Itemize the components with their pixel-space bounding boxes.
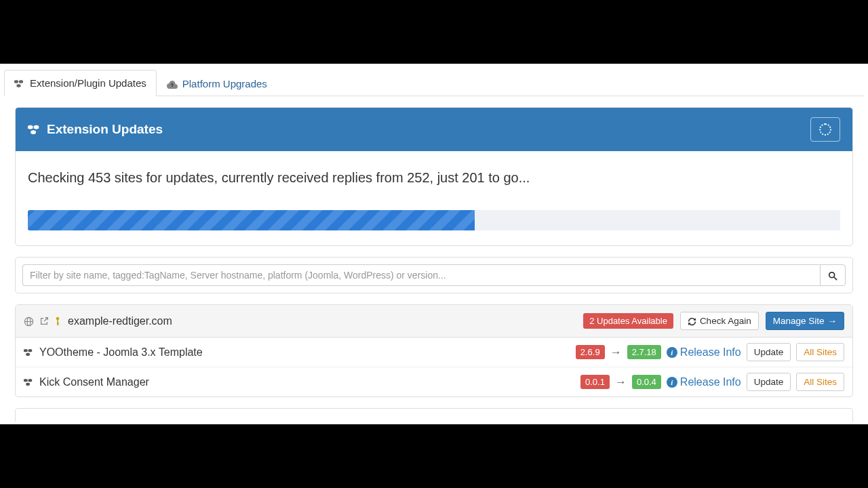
- button-label: All Sites: [804, 377, 837, 387]
- svg-line-1: [834, 277, 837, 279]
- cubes-icon: [24, 346, 34, 359]
- panel-title: Extension Updates: [47, 122, 163, 137]
- version-from: 0.0.1: [580, 375, 610, 389]
- tab-label: Extension/Plugin Updates: [30, 77, 146, 89]
- tab-extension-updates[interactable]: Extension/Plugin Updates: [4, 70, 157, 96]
- version-to: 2.7.18: [627, 345, 661, 359]
- arrow-right-icon: →: [610, 346, 622, 359]
- button-label: Update: [754, 377, 784, 387]
- extension-name: YOOtheme - Joomla 3.x Template: [39, 346, 203, 359]
- cubes-icon: [28, 122, 41, 137]
- filter-panel: [15, 257, 853, 293]
- panel-header: Extension Updates: [16, 108, 852, 151]
- manage-site-button[interactable]: Manage Site →: [766, 312, 844, 330]
- release-info-link[interactable]: i Release Info: [667, 376, 741, 388]
- svg-rect-9: [57, 325, 58, 325]
- updates-available-badge: 2 Updates Available: [583, 313, 673, 329]
- version-to: 0.0.4: [632, 375, 661, 389]
- search-icon: [828, 270, 837, 280]
- svg-line-5: [44, 318, 47, 321]
- cubes-icon: [14, 77, 25, 89]
- site-block: example-redtiger.com 2 Updates Available…: [15, 304, 853, 397]
- version-from: 2.6.9: [576, 345, 605, 359]
- info-icon: i: [667, 377, 677, 388]
- extension-name: Kick Consent Manager: [39, 376, 149, 388]
- letterbox-bottom: [0, 424, 868, 488]
- all-sites-button[interactable]: All Sites: [796, 343, 844, 361]
- tab-bar: Extension/Plugin Updates Platform Upgrad…: [4, 69, 864, 96]
- update-button[interactable]: Update: [747, 373, 791, 391]
- button-label: All Sites: [804, 347, 837, 357]
- release-info-link[interactable]: i Release Info: [667, 346, 741, 359]
- progress-bar-track: [28, 210, 840, 230]
- button-label: Manage Site: [773, 316, 825, 326]
- update-button[interactable]: Update: [747, 343, 791, 361]
- filter-input[interactable]: [22, 264, 820, 286]
- arrow-right-icon: →: [828, 316, 837, 326]
- svg-point-0: [829, 272, 835, 277]
- cloud-upload-icon: [167, 78, 178, 89]
- tab-label: Platform Upgrades: [182, 78, 267, 89]
- check-again-button[interactable]: Check Again: [680, 312, 759, 330]
- globe-icon[interactable]: [24, 315, 34, 327]
- arrow-right-icon: →: [615, 375, 627, 389]
- extension-row: Kick Consent Manager 0.0.1 → 0.0.4 i Rel…: [16, 367, 852, 396]
- search-button[interactable]: [820, 264, 846, 286]
- button-label: Check Again: [700, 316, 751, 326]
- svg-rect-7: [57, 319, 58, 325]
- refresh-icon: [688, 316, 696, 326]
- site-name[interactable]: example-redtiger.com: [68, 315, 172, 327]
- key-icon[interactable]: [54, 316, 61, 327]
- loading-spinner: [810, 117, 840, 142]
- site-block-peek: [15, 408, 853, 422]
- extension-updates-panel: Extension Updates Checking 453 sites for…: [15, 107, 853, 246]
- link-label: Release Info: [680, 346, 741, 359]
- site-header: example-redtiger.com 2 Updates Available…: [16, 305, 852, 338]
- cubes-icon: [24, 376, 34, 388]
- all-sites-button[interactable]: All Sites: [796, 373, 844, 391]
- svg-rect-8: [57, 323, 59, 323]
- progress-bar-fill: [28, 210, 475, 230]
- info-icon: i: [667, 347, 677, 358]
- external-link-icon[interactable]: [39, 315, 49, 327]
- status-text: Checking 453 sites for updates, currentl…: [28, 170, 840, 186]
- link-label: Release Info: [680, 376, 741, 388]
- tab-platform-upgrades[interactable]: Platform Upgrades: [157, 70, 277, 96]
- extension-row: YOOtheme - Joomla 3.x Template 2.6.9 → 2…: [16, 338, 852, 367]
- letterbox-top: [0, 0, 868, 64]
- button-label: Update: [754, 347, 784, 357]
